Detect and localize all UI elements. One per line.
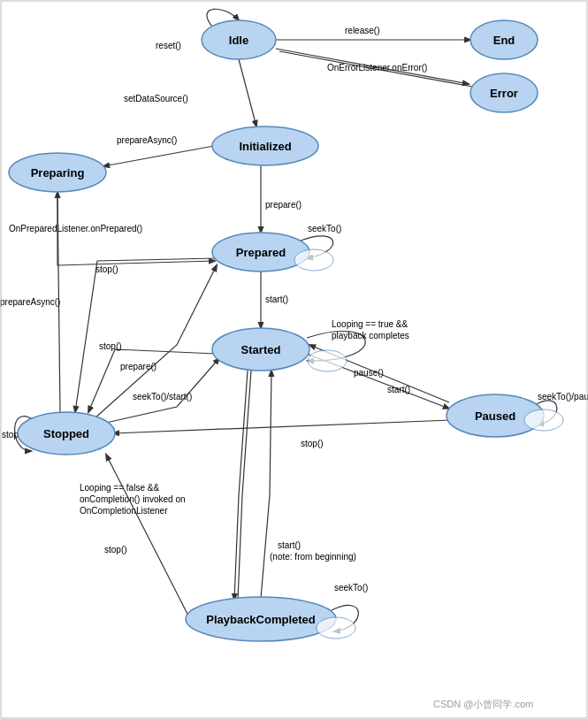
svg-text:Looping == false &&: Looping == false && [80, 483, 159, 493]
state-prepared-label: Prepared [236, 246, 286, 259]
diagram-container: reset() release() OnErrorListener.onErro… [0, 0, 588, 719]
svg-text:OnPreparedListener.onPrepared(: OnPreparedListener.onPrepared() [9, 224, 142, 233]
state-started-label: Started [241, 343, 281, 356]
svg-text:seekTo()/pause(): seekTo()/pause() [538, 392, 588, 402]
state-error-label: Error [490, 87, 518, 100]
svg-text:prepareAsync(): prepareAsync() [0, 297, 60, 307]
svg-text:release(): release() [345, 26, 379, 35]
svg-text:stop(): stop() [104, 545, 127, 555]
svg-point-43 [317, 617, 355, 639]
state-idle-label: Idle [229, 34, 248, 47]
svg-text:prepare(): prepare() [120, 362, 157, 371]
state-preparing-label: Preparing [31, 166, 85, 180]
svg-text:reset(): reset() [156, 41, 181, 50]
svg-text:seekTo(): seekTo() [334, 583, 368, 593]
svg-line-38 [106, 455, 190, 619]
state-initialized-label: Initialized [239, 140, 291, 153]
svg-text:stop(): stop() [99, 341, 122, 351]
svg-text:onCompletion() invoked on: onCompletion() invoked on [80, 494, 186, 504]
svg-point-42 [524, 409, 563, 431]
svg-text:start(): start() [265, 294, 288, 304]
svg-line-6 [239, 59, 256, 126]
svg-text:stop(): stop() [301, 439, 324, 448]
svg-text:setDataSource(): setDataSource() [124, 94, 188, 103]
svg-line-8 [103, 146, 214, 166]
state-playback-completed-label: PlaybackCompleted [206, 613, 316, 626]
svg-text:OnCompletionListener: OnCompletionListener [80, 506, 168, 516]
svg-text:seekTo()/start(): seekTo()/start() [133, 392, 192, 402]
svg-text:start(): start() [387, 385, 410, 394]
state-paused-label: Paused [475, 409, 515, 423]
svg-line-24 [113, 420, 451, 433]
svg-text:Looping == true &&: Looping == true && [332, 319, 409, 329]
state-end-label: End [493, 34, 515, 47]
watermark: CSDN @小曾同学.com [433, 699, 533, 709]
svg-point-40 [294, 249, 333, 271]
svg-text:stop(): stop() [95, 264, 118, 274]
state-stopped-label: Stopped [43, 427, 89, 440]
svg-text:OnErrorListener.onError(): OnErrorListener.onError() [327, 63, 427, 73]
svg-text:(note: from beginning): (note: from beginning) [270, 552, 356, 562]
svg-text:prepareAsync(): prepareAsync() [117, 135, 177, 145]
svg-point-41 [308, 350, 347, 371]
svg-text:start(): start() [278, 540, 301, 550]
svg-text:playback completes: playback completes [332, 331, 409, 340]
svg-text:prepare(): prepare() [265, 200, 302, 210]
svg-text:seekTo(): seekTo() [308, 224, 341, 233]
